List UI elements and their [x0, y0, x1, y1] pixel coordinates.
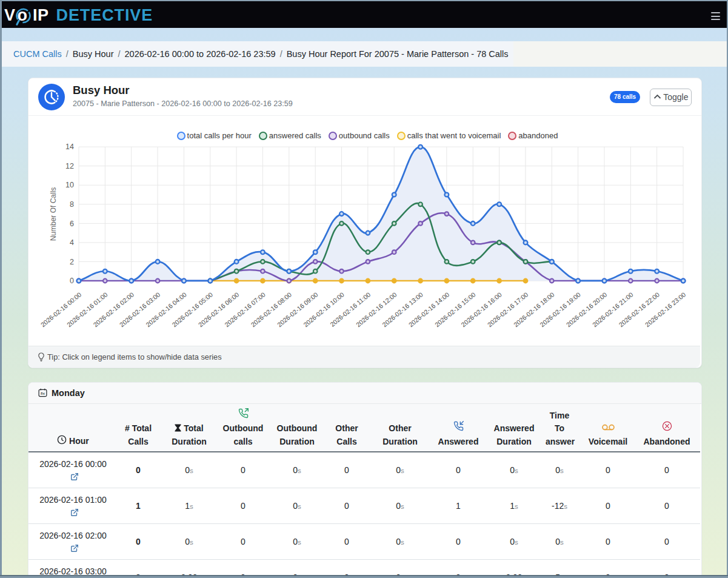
svg-text:10: 10	[65, 181, 74, 189]
svg-text:2: 2	[70, 258, 74, 266]
svg-text:Number Of Calls: Number Of Calls	[49, 187, 58, 241]
svg-text:0: 0	[70, 277, 74, 285]
svg-text:4: 4	[70, 238, 74, 247]
svg-text:12: 12	[65, 162, 74, 170]
svg-text:6: 6	[70, 220, 74, 228]
svg-text:Fri: Fri	[41, 392, 45, 395]
svg-text:8: 8	[70, 200, 74, 209]
svg-text:14: 14	[65, 143, 74, 151]
